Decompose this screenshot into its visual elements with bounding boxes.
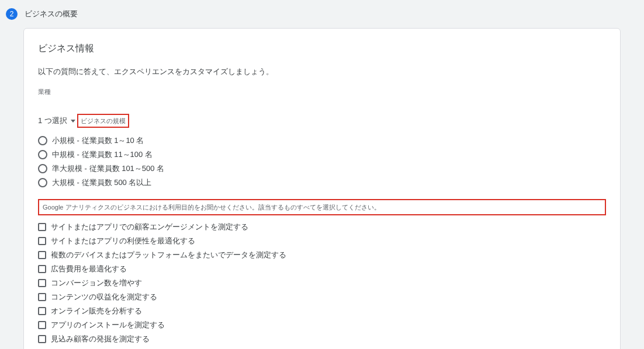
step-title: ビジネスの概要 bbox=[25, 9, 78, 19]
step-header: 2 ビジネスの概要 bbox=[0, 0, 644, 28]
checkbox-icon bbox=[38, 265, 46, 273]
purpose-option-label: 見込み顧客の発掘を測定する bbox=[51, 334, 150, 344]
step-badge: 2 bbox=[6, 8, 18, 20]
radio-icon bbox=[38, 178, 47, 187]
purpose-option-label: 複数のデバイスまたはプラットフォームをまたいでデータを測定する bbox=[51, 250, 286, 260]
card-description: 以下の質問に答えて、エクスペリエンスをカスタマイズしましょう。 bbox=[38, 67, 606, 77]
purpose-option-label: サイトまたはアプリの利便性を最適化する bbox=[51, 236, 195, 246]
card-title: ビジネス情報 bbox=[38, 43, 606, 55]
size-option-label: 大規模 - 従業員数 500 名以上 bbox=[52, 177, 151, 188]
size-option-medium[interactable]: 中規模 - 従業員数 11～100 名 bbox=[38, 148, 606, 162]
checkbox-icon bbox=[38, 251, 46, 259]
checkbox-icon bbox=[38, 223, 46, 231]
radio-icon bbox=[38, 136, 47, 145]
chevron-down-icon bbox=[71, 120, 75, 123]
checkbox-icon bbox=[38, 293, 46, 301]
purpose-option-cross-device[interactable]: 複数のデバイスまたはプラットフォームをまたいでデータを測定する bbox=[38, 248, 606, 262]
purpose-option-engagement[interactable]: サイトまたはアプリでの顧客エンゲージメントを測定する bbox=[38, 220, 606, 234]
purpose-option-leads[interactable]: 見込み顧客の発掘を測定する bbox=[38, 332, 606, 346]
purpose-option-label: オンライン販売を分析する bbox=[51, 306, 142, 316]
checkbox-icon bbox=[38, 279, 46, 287]
purpose-option-monetization[interactable]: コンテンツの収益化を測定する bbox=[38, 290, 606, 304]
industry-selected-value: 1 つ選択 bbox=[38, 116, 67, 126]
purpose-option-other[interactable]: その他 bbox=[38, 346, 606, 349]
purpose-option-label: コンバージョン数を増やす bbox=[51, 278, 142, 288]
purpose-option-conversions[interactable]: コンバージョン数を増やす bbox=[38, 276, 606, 290]
radio-icon bbox=[38, 164, 47, 173]
purpose-option-label: アプリのインストールを測定する bbox=[51, 320, 165, 330]
radio-icon bbox=[38, 150, 47, 159]
size-option-small[interactable]: 小規模 - 従業員数 1～10 名 bbox=[38, 134, 606, 148]
industry-select[interactable]: 1 つ選択 bbox=[38, 116, 75, 126]
checkbox-icon bbox=[38, 321, 46, 329]
business-size-highlight: ビジネスの規模 bbox=[77, 114, 129, 128]
industry-label: 業種 bbox=[38, 88, 606, 96]
size-option-xlarge[interactable]: 大規模 - 従業員数 500 名以上 bbox=[38, 176, 606, 190]
business-info-card: ビジネス情報 以下の質問に答えて、エクスペリエンスをカスタマイズしましょう。 業… bbox=[23, 28, 621, 349]
purpose-label: Google アナリティクスのビジネスにおける利用目的をお聞かせください。該当す… bbox=[43, 204, 380, 211]
checkbox-icon bbox=[38, 237, 46, 245]
business-size-label: ビジネスの規模 bbox=[81, 117, 126, 124]
purpose-option-online-sales[interactable]: オンライン販売を分析する bbox=[38, 304, 606, 318]
checkbox-icon bbox=[38, 307, 46, 315]
purpose-option-app-installs[interactable]: アプリのインストールを測定する bbox=[38, 318, 606, 332]
purpose-option-ad-spend[interactable]: 広告費用を最適化する bbox=[38, 262, 606, 276]
purpose-option-label: コンテンツの収益化を測定する bbox=[51, 292, 157, 302]
purpose-option-label: 広告費用を最適化する bbox=[51, 264, 127, 274]
purpose-option-usability[interactable]: サイトまたはアプリの利便性を最適化する bbox=[38, 234, 606, 248]
purpose-checkbox-group: サイトまたはアプリでの顧客エンゲージメントを測定する サイトまたはアプリの利便性… bbox=[38, 220, 606, 349]
size-option-large[interactable]: 準大規模 - 従業員数 101～500 名 bbox=[38, 162, 606, 176]
purpose-highlight: Google アナリティクスのビジネスにおける利用目的をお聞かせください。該当す… bbox=[38, 199, 606, 215]
purpose-option-label: サイトまたはアプリでの顧客エンゲージメントを測定する bbox=[51, 222, 248, 232]
business-size-radio-group: 小規模 - 従業員数 1～10 名 中規模 - 従業員数 11～100 名 準大… bbox=[38, 134, 606, 190]
size-option-label: 小規模 - 従業員数 1～10 名 bbox=[52, 135, 144, 146]
size-option-label: 中規模 - 従業員数 11～100 名 bbox=[52, 149, 153, 160]
checkbox-icon bbox=[38, 335, 46, 343]
size-option-label: 準大規模 - 従業員数 101～500 名 bbox=[52, 163, 164, 174]
